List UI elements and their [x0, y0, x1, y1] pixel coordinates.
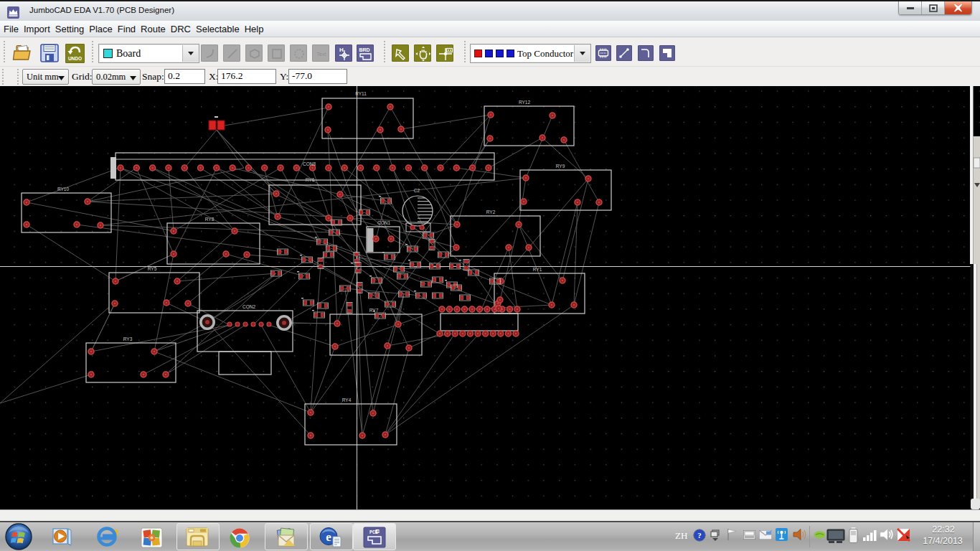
- svg-text:RY4: RY4: [342, 397, 352, 402]
- svg-text:e: e: [326, 530, 331, 544]
- svg-text:UNDO: UNDO: [68, 56, 82, 61]
- svg-text:BRD: BRD: [359, 47, 370, 52]
- svg-text:CON8: CON8: [303, 161, 316, 166]
- svg-text:H: H: [339, 47, 344, 53]
- svg-text:RY5: RY5: [148, 266, 157, 271]
- svg-text:RY3: RY3: [123, 336, 133, 342]
- svg-text:RY7: RY7: [369, 308, 379, 313]
- svg-text:RY11: RY11: [355, 91, 367, 96]
- svg-text:RY2: RY2: [486, 209, 496, 215]
- svg-text:RY10: RY10: [57, 187, 70, 192]
- svg-text:RY12: RY12: [519, 100, 531, 105]
- svg-text:?: ?: [697, 531, 702, 540]
- svg-text:RY1: RY1: [533, 267, 542, 272]
- svg-text:RY9: RY9: [556, 164, 565, 169]
- svg-text:Text: Text: [317, 52, 326, 57]
- svg-text:RY8: RY8: [205, 217, 215, 222]
- svg-text:CON2: CON2: [242, 304, 255, 309]
- svg-text:CON1: CON1: [377, 220, 390, 225]
- svg-text:C2: C2: [414, 188, 420, 193]
- svg-text:RY6: RY6: [306, 177, 315, 182]
